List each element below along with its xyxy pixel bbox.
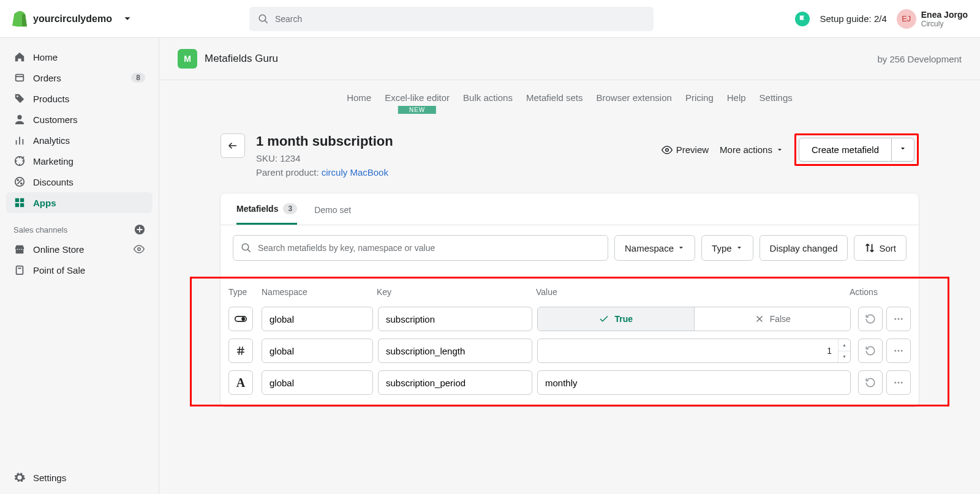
gear-icon [13,472,26,483]
undo-button[interactable] [858,307,883,331]
type-text-icon[interactable]: A [228,370,253,395]
tab-excel-editor[interactable]: Excel-like editor NEW [385,89,450,107]
user-menu[interactable]: EJ Enea Jorgo Circuly [897,9,968,29]
svg-point-39 [901,350,903,352]
bool-true-button[interactable]: True [538,307,695,331]
type-number-icon[interactable] [228,339,253,363]
number-spinner: ▲ ▼ [838,339,850,362]
undo-button[interactable] [858,339,883,363]
nav-label: Apps [33,198,56,208]
metafields-table-highlight: Type Namespace Key Value Actions [190,277,949,406]
svg-rect-17 [20,203,24,207]
svg-rect-14 [15,198,19,202]
parent-product-link[interactable]: circuly MacBook [322,167,388,178]
nav-marketing[interactable]: Marketing [6,151,153,171]
namespace-input[interactable] [262,339,373,363]
bool-false-button[interactable]: False [695,307,851,331]
sort-button[interactable]: Sort [854,235,907,261]
text-a-icon: A [236,376,245,390]
more-button[interactable] [886,307,911,331]
back-button[interactable] [221,133,245,158]
key-input[interactable] [378,339,532,363]
nav-online-store[interactable]: Online Store [6,239,153,260]
more-button[interactable] [886,370,911,395]
text-value-input[interactable] [537,370,851,395]
app-logo-icon: M [178,49,197,69]
number-value-input[interactable]: 1 ▲ ▼ [537,339,851,363]
nav-label: Customers [33,114,78,125]
preview-button[interactable]: Preview [662,144,709,155]
namespace-input[interactable] [262,370,373,395]
nav-customers[interactable]: Customers [6,109,153,130]
search-icon [258,13,269,24]
eye-icon[interactable] [133,244,145,255]
tab-pricing[interactable]: Pricing [685,89,714,107]
card-tab-demo-set[interactable]: Demo set [314,203,351,225]
create-metafield-dropdown[interactable] [892,138,914,162]
nav-analytics[interactable]: Analytics [6,130,153,151]
sort-icon [864,242,875,253]
global-search[interactable]: Search [249,7,654,31]
svg-point-24 [242,244,249,250]
nav-settings[interactable]: Settings [6,467,153,488]
add-channel-icon[interactable] [134,224,145,235]
nav-label: Marketing [33,156,74,167]
tab-settings[interactable]: Settings [760,89,793,107]
tab-help[interactable]: Help [727,89,746,107]
table-row: True False [228,303,911,335]
svg-point-13 [21,183,22,184]
header-type: Type [228,287,262,297]
store-selector[interactable]: yourcirculydemo [12,11,133,27]
setup-flag-icon[interactable] [795,12,810,26]
svg-point-30 [894,318,896,320]
x-icon [754,313,765,324]
key-input[interactable] [378,370,532,395]
type-toggle-icon[interactable] [228,307,253,331]
nav-home[interactable]: Home [6,47,153,67]
nav-apps[interactable]: Apps [6,192,153,213]
tab-metafield-sets[interactable]: Metafield sets [526,89,583,107]
app-nav-tabs: Home Excel-like editor NEW Bulk actions … [178,80,962,115]
svg-point-12 [17,179,18,181]
caret-down-icon [899,145,907,152]
display-changed-button[interactable]: Display changed [760,235,848,261]
nav-orders[interactable]: Orders 8 [6,67,153,88]
nav-label: Point of Sale [33,265,85,275]
setup-guide-text[interactable]: Setup guide: 2/4 [820,13,886,24]
apps-icon [13,197,26,208]
tag-icon [13,93,26,104]
nav-point-of-sale[interactable]: Point of Sale [6,260,153,280]
tab-bulk-actions[interactable]: Bulk actions [463,89,513,107]
table-row: 1 ▲ ▼ [228,335,911,367]
metafields-search-input[interactable]: Search metafields by key, namespace or v… [233,235,608,261]
svg-point-27 [241,317,245,321]
check-icon [598,313,609,324]
filter-namespace-button[interactable]: Namespace [614,235,695,261]
filter-type-button[interactable]: Type [701,235,753,261]
nav-discounts[interactable]: Discounts [6,171,153,192]
spinner-up[interactable]: ▲ [839,339,850,351]
orders-icon [13,72,26,83]
tab-browser-ext[interactable]: Browser extension [596,89,671,107]
namespace-input[interactable] [262,307,373,331]
target-icon [13,155,26,167]
spinner-down[interactable]: ▼ [839,351,850,363]
discount-icon [13,176,26,187]
undo-icon [865,313,876,324]
undo-icon [865,345,876,356]
more-button[interactable] [886,339,911,363]
svg-point-0 [259,15,266,21]
nav-products[interactable]: Products [6,88,153,109]
undo-button[interactable] [858,370,883,395]
create-metafield-button[interactable]: Create metafield [799,138,892,162]
nav-label: Settings [33,473,66,483]
person-icon [13,114,26,125]
caret-down-icon [736,242,743,253]
search-placeholder: Search metafields by key, namespace or v… [258,243,435,253]
more-actions-button[interactable]: More actions [720,144,783,155]
tab-home[interactable]: Home [347,89,371,107]
shopify-logo-icon [12,11,27,27]
pos-icon [13,264,26,275]
key-input[interactable] [378,307,532,331]
card-tab-metafields[interactable]: Metafields 3 [236,203,297,225]
